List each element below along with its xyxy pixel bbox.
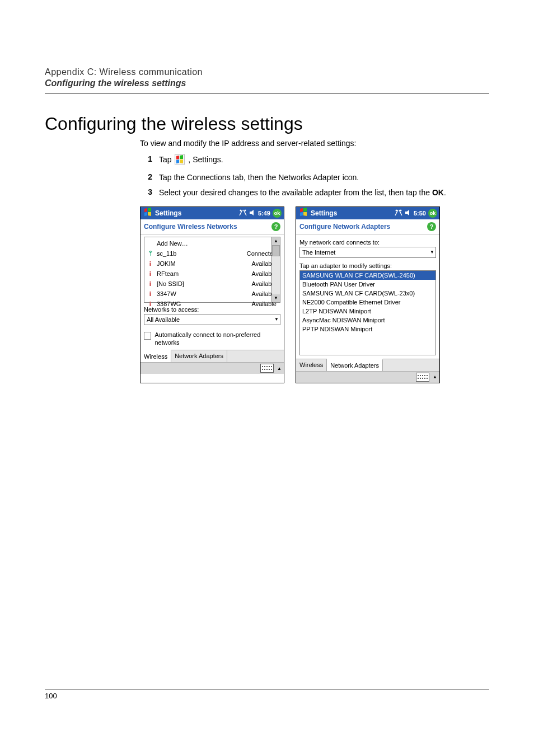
network-name: RFteam (154, 270, 252, 277)
svg-rect-10 (150, 283, 151, 286)
network-row[interactable]: 3387WGAvailable (144, 299, 280, 309)
sip-bar: ▲ (140, 362, 284, 374)
clock-text: 5:49 (258, 210, 270, 217)
start-flag-icon (175, 154, 185, 168)
network-row[interactable]: [No SSID]Available (144, 279, 280, 289)
wireless-network-list[interactable]: Add New…sc_11bConnectedJOKIMAvailableRFt… (144, 237, 280, 303)
adapter-item[interactable]: SAMSUNG WLAN CF CARD(SWL-23x0) (300, 289, 435, 298)
screenshot-wireless-networks: Settings 5:49 ok Configure Wireless Netw… (140, 206, 284, 383)
intro-text: To view and modify the IP address and se… (140, 139, 489, 148)
svg-rect-9 (150, 281, 151, 283)
signal-icon (147, 271, 154, 276)
running-header-subsection: Configuring the wireless settings (45, 78, 489, 88)
svg-rect-14 (150, 303, 151, 306)
panel-header: Configure Wireless Networks ? (140, 219, 284, 235)
step-2: 2 Tap the Connections tab, then the Netw… (140, 172, 489, 184)
step-number: 1 (140, 154, 152, 163)
svg-point-2 (240, 209, 241, 211)
help-icon[interactable]: ? (427, 222, 436, 231)
svg-rect-12 (150, 293, 151, 296)
adapter-list[interactable]: SAMSUNG WLAN CF CARD(SWL-2450)Bluetooth … (299, 270, 436, 355)
svg-rect-6 (150, 263, 151, 266)
auto-connect-checkbox[interactable] (144, 332, 151, 340)
sip-bar: ▲ (296, 371, 439, 383)
network-name: 3387WG (154, 300, 252, 307)
signal-icon (147, 301, 154, 307)
tab-wireless[interactable]: Wireless (140, 350, 171, 362)
step-3-text-before: Select your desired changes to the avail… (159, 188, 432, 197)
signal-icon (147, 291, 154, 297)
help-icon[interactable]: ? (271, 222, 280, 231)
volume-icon[interactable] (249, 209, 256, 217)
page-footer: 100 (45, 689, 489, 700)
scroll-down-icon[interactable]: ▼ (272, 294, 280, 302)
tab-strip: Wireless Network Adapters (296, 359, 439, 371)
svg-rect-11 (150, 292, 151, 293)
adapter-item[interactable]: AsyncMac NDISWAN Miniport (300, 316, 435, 325)
dropdown-value: All Available (147, 316, 180, 323)
svg-rect-7 (150, 271, 151, 273)
step-3-text-after: . (444, 188, 446, 197)
network-row[interactable]: Add New… (144, 238, 280, 248)
keyboard-icon[interactable] (260, 364, 274, 373)
ok-button[interactable]: ok (428, 209, 437, 218)
chevron-down-icon: ▼ (274, 317, 279, 322)
step-3-bold: OK (432, 188, 444, 197)
network-row[interactable]: 3347WAvailable (144, 289, 280, 299)
start-flag-icon[interactable] (298, 207, 308, 219)
step-list: 1 Tap , Settings. 2 Tap the Connections … (140, 154, 489, 199)
network-name: Add New… (154, 240, 277, 247)
adapter-item[interactable]: PPTP NDISWAN Miniport (300, 325, 435, 334)
running-header-section: Appendix C: Wireless communication (45, 67, 489, 77)
window-title: Settings (311, 209, 392, 217)
page-number: 100 (45, 692, 57, 700)
title-bar: Settings 5:50 ok (296, 207, 439, 219)
svg-point-17 (400, 209, 401, 211)
connects-to-dropdown[interactable]: The Internet ▼ (299, 247, 436, 258)
connectivity-icon[interactable] (395, 209, 402, 217)
step-number: 2 (140, 172, 152, 181)
sip-menu-icon[interactable]: ▲ (277, 366, 282, 371)
adapter-item[interactable]: SAMSUNG WLAN CF CARD(SWL-2450) (300, 271, 435, 280)
tab-wireless[interactable]: Wireless (296, 359, 327, 371)
network-name: 3347W (154, 290, 252, 297)
adapter-item[interactable]: Bluetooth PAN User Driver (300, 280, 435, 289)
adapter-item[interactable]: L2TP NDISWAN Miniport (300, 307, 435, 316)
list-scrollbar[interactable]: ▲ ▼ (271, 237, 280, 302)
dropdown-value: The Internet (302, 249, 335, 256)
start-flag-icon[interactable] (143, 207, 153, 219)
clock-text: 5:50 (414, 210, 426, 217)
window-title: Settings (155, 209, 237, 217)
adapter-item[interactable]: NE2000 Compatible Ethernet Driver (300, 298, 435, 307)
sip-menu-icon[interactable]: ▲ (433, 374, 437, 379)
network-row[interactable]: RFteamAvailable (144, 269, 280, 279)
network-name: [No SSID] (154, 280, 252, 287)
step-number: 3 (140, 187, 152, 196)
network-name: sc_11b (154, 250, 247, 257)
tab-network-adapters[interactable]: Network Adapters (171, 350, 227, 362)
step-3: 3 Select your desired changes to the ava… (140, 187, 489, 199)
svg-rect-5 (150, 261, 151, 262)
svg-point-16 (395, 209, 397, 211)
tab-network-adapters[interactable]: Network Adapters (327, 359, 383, 371)
volume-icon[interactable] (405, 209, 411, 217)
tab-strip: Wireless Network Adapters (140, 350, 284, 362)
tap-adapter-label: Tap an adapter to modify settings: (299, 262, 436, 269)
scroll-up-icon[interactable]: ▲ (272, 237, 280, 245)
svg-point-3 (244, 209, 246, 211)
step-2-text: Tap the Connections tab, then the Networ… (159, 172, 489, 184)
network-row[interactable]: sc_11bConnected (144, 248, 280, 259)
svg-point-4 (150, 252, 151, 253)
signal-icon (147, 261, 154, 266)
screenshot-network-adapters: Settings 5:50 ok Configure Network Adapt… (296, 206, 440, 383)
network-name: JOKIM (154, 260, 252, 267)
keyboard-icon[interactable] (416, 373, 429, 382)
networks-to-access-dropdown[interactable]: All Available ▼ (144, 314, 280, 325)
scroll-thumb[interactable] (272, 245, 280, 256)
signal-icon (147, 281, 154, 287)
step-1: 1 Tap , Settings. (140, 154, 489, 168)
ok-button[interactable]: ok (273, 209, 282, 218)
connectivity-icon[interactable] (239, 209, 247, 217)
connects-to-label: My network card connects to: (299, 239, 436, 246)
network-row[interactable]: JOKIMAvailable (144, 259, 280, 269)
